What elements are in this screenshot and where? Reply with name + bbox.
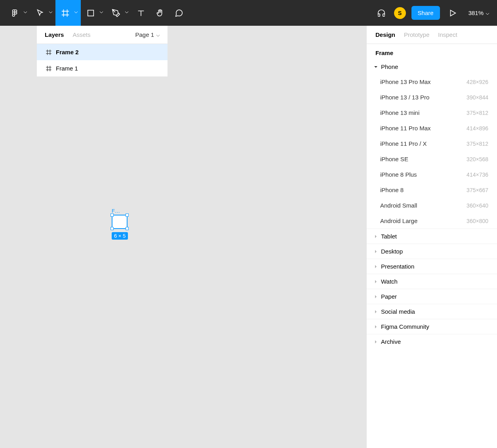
headphones-icon [377, 9, 386, 17]
pen-icon [112, 9, 120, 17]
chevron-down-icon [74, 11, 78, 15]
preset-name: iPhone 13 Pro Max [380, 78, 431, 85]
preset-dimensions: 360×800 [467, 218, 488, 224]
preset-group-name: Archive [381, 338, 401, 345]
tab-prototype[interactable]: Prototype [404, 31, 429, 38]
frame-icon [46, 49, 52, 55]
preset-group-name: Social media [381, 308, 415, 315]
right-panel-tabs: Design Prototype Inspect [367, 26, 497, 44]
comment-icon [175, 9, 183, 17]
preset-row[interactable]: Android Large 360×800 [367, 213, 497, 229]
caret-right-icon [374, 250, 378, 253]
frame-section-title: Frame [367, 44, 497, 59]
preset-row[interactable]: iPhone 11 Pro Max 414×896 [367, 120, 497, 136]
preset-group-header[interactable]: Phone [367, 59, 497, 74]
zoom-dropdown[interactable]: 381% [465, 10, 492, 16]
caret-right-icon [374, 235, 378, 238]
preset-row[interactable]: iPhone 8 Plus 414×736 [367, 167, 497, 182]
share-button[interactable]: Share [411, 6, 440, 20]
left-panel-tabs: Layers Assets Page 1 [37, 26, 168, 44]
preset-row[interactable]: iPhone SE 320×568 [367, 151, 497, 167]
tab-inspect[interactable]: Inspect [438, 31, 457, 38]
move-tool-button[interactable] [30, 0, 55, 26]
toolbar-left [5, 0, 189, 26]
preset-group-header[interactable]: Desktop [367, 244, 497, 259]
left-panel: Layers Assets Page 1 Frame 2 Frame 1 [36, 26, 168, 77]
preset-name: Android Small [380, 202, 417, 209]
chevron-down-icon [24, 11, 27, 15]
preset-row[interactable]: iPhone 13 Pro Max 428×926 [367, 74, 497, 90]
preset-row[interactable]: iPhone 11 Pro / X 375×812 [367, 136, 497, 151]
text-icon [137, 9, 145, 17]
preset-group-name: Paper [381, 293, 397, 300]
preset-name: Android Large [380, 217, 417, 224]
tab-design[interactable]: Design [375, 31, 395, 38]
preset-row[interactable]: iPhone 8 375×667 [367, 182, 497, 198]
preset-name: iPhone 11 Pro / X [380, 140, 427, 147]
zoom-value: 381% [468, 10, 484, 16]
audio-button[interactable] [374, 6, 388, 20]
caret-right-icon [374, 280, 378, 283]
cursor-icon [36, 9, 44, 17]
shape-tool-button[interactable] [81, 0, 106, 26]
preset-row[interactable]: iPhone 13 / 13 Pro 390×844 [367, 90, 497, 105]
preset-name: iPhone 11 Pro Max [380, 125, 431, 132]
caret-right-icon [374, 340, 378, 343]
pen-tool-button[interactable] [106, 0, 131, 26]
caret-right-icon [374, 310, 378, 313]
hand-tool-button[interactable] [150, 0, 169, 26]
preset-group-header[interactable]: Archive [367, 334, 497, 349]
tab-layers[interactable]: Layers [45, 31, 64, 38]
preset-dimensions: 320×568 [467, 156, 488, 162]
preset-group-name: Watch [381, 278, 398, 285]
resize-handle-tl[interactable] [110, 214, 114, 217]
preset-dimensions: 360×640 [467, 202, 488, 209]
preset-name: iPhone 8 [380, 187, 404, 193]
page-selector[interactable]: Page 1 [135, 31, 160, 38]
caret-right-icon [374, 325, 378, 328]
play-icon [448, 9, 457, 17]
rectangle-icon [86, 9, 95, 17]
present-button[interactable] [446, 6, 460, 20]
comment-tool-button[interactable] [169, 0, 189, 26]
figma-menu-button[interactable] [5, 0, 30, 26]
toolbar: S Share 381% [0, 0, 497, 26]
layer-row[interactable]: Frame 2 [37, 44, 168, 60]
frame-icon [61, 9, 70, 17]
preset-group-header[interactable]: Social media [367, 304, 497, 319]
page-label: Page 1 [135, 31, 154, 38]
layers-list: Frame 2 Frame 1 [37, 44, 168, 76]
preset-group-header[interactable]: Tablet [367, 229, 497, 244]
preset-row[interactable]: iPhone 13 mini 375×812 [367, 105, 497, 120]
preset-dimensions: 414×896 [467, 125, 488, 132]
frame-box[interactable] [112, 215, 128, 229]
svg-point-0 [15, 12, 17, 14]
selected-frame[interactable]: F… 6 × 5 [112, 208, 129, 240]
preset-list: iPhone 13 Pro Max 428×926 iPhone 13 / 13… [367, 74, 497, 229]
caret-down-icon [374, 65, 378, 69]
hand-icon [156, 9, 164, 17]
preset-name: iPhone 13 / 13 Pro [380, 94, 429, 101]
resize-handle-bl[interactable] [110, 227, 114, 230]
caret-right-icon [374, 265, 378, 268]
layer-row[interactable]: Frame 1 [37, 60, 168, 76]
preset-row[interactable]: Android Small 360×640 [367, 198, 497, 213]
frame-tool-button[interactable] [55, 0, 81, 26]
chevron-down-icon [100, 11, 103, 15]
chevron-down-icon [156, 31, 160, 38]
resize-handle-tr[interactable] [126, 214, 129, 217]
chevron-down-icon [125, 11, 128, 15]
avatar[interactable]: S [394, 7, 406, 19]
resize-handle-br[interactable] [126, 227, 129, 230]
preset-name: iPhone 8 Plus [380, 171, 417, 178]
toolbar-right: S Share 381% [374, 6, 492, 20]
frame-label[interactable]: F… [112, 208, 124, 214]
preset-group-header[interactable]: Figma Community [367, 319, 497, 334]
figma-logo-icon [10, 9, 19, 17]
preset-group-header[interactable]: Watch [367, 274, 497, 289]
preset-group-header[interactable]: Paper [367, 289, 497, 304]
preset-group-name: Tablet [381, 233, 397, 240]
preset-group-header[interactable]: Presentation [367, 259, 497, 274]
text-tool-button[interactable] [131, 0, 150, 26]
tab-assets[interactable]: Assets [72, 31, 90, 38]
